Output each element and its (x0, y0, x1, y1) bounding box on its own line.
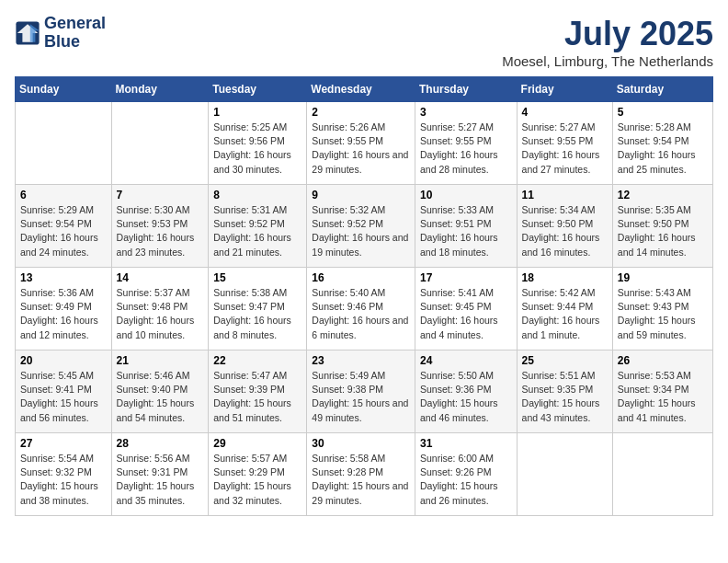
day-number: 18 (522, 271, 608, 284)
day-number: 28 (117, 437, 204, 450)
day-cell (16, 102, 112, 185)
logo-icon (15, 20, 40, 46)
location: Moesel, Limburg, The Netherlands (502, 53, 713, 69)
header-thursday: Thursday (415, 77, 517, 102)
day-cell (612, 433, 712, 516)
day-number: 29 (213, 437, 301, 450)
day-cell: 13Sunrise: 5:36 AM Sunset: 9:49 PM Dayli… (16, 268, 112, 350)
day-detail: Sunrise: 5:35 AM Sunset: 9:50 PM Dayligh… (618, 203, 708, 259)
day-number: 31 (420, 437, 512, 450)
day-cell: 23Sunrise: 5:49 AM Sunset: 9:38 PM Dayli… (307, 350, 415, 433)
day-number: 19 (618, 271, 708, 284)
day-cell: 17Sunrise: 5:41 AM Sunset: 9:45 PM Dayli… (415, 268, 517, 350)
day-cell: 25Sunrise: 5:51 AM Sunset: 9:35 PM Dayli… (517, 350, 612, 433)
day-cell: 24Sunrise: 5:50 AM Sunset: 9:36 PM Dayli… (415, 350, 517, 433)
day-cell: 22Sunrise: 5:47 AM Sunset: 9:39 PM Dayli… (209, 350, 307, 433)
title-block: July 2025 Moesel, Limburg, The Netherlan… (502, 15, 713, 69)
calendar-table: SundayMondayTuesdayWednesdayThursdayFrid… (15, 76, 713, 516)
day-number: 6 (20, 189, 107, 201)
day-detail: Sunrise: 5:25 AM Sunset: 9:56 PM Dayligh… (213, 121, 301, 177)
day-detail: Sunrise: 5:28 AM Sunset: 9:54 PM Dayligh… (618, 121, 708, 177)
day-detail: Sunrise: 5:29 AM Sunset: 9:54 PM Dayligh… (20, 203, 107, 259)
day-number: 1 (213, 106, 301, 119)
page-header: General Blue July 2025 Moesel, Limburg, … (15, 15, 713, 69)
day-number: 15 (213, 271, 301, 284)
header-monday: Monday (111, 77, 209, 102)
week-row-2: 6Sunrise: 5:29 AM Sunset: 9:54 PM Daylig… (16, 185, 713, 268)
day-cell: 6Sunrise: 5:29 AM Sunset: 9:54 PM Daylig… (16, 185, 112, 268)
day-cell: 9Sunrise: 5:32 AM Sunset: 9:52 PM Daylig… (307, 185, 415, 268)
header-sunday: Sunday (16, 77, 112, 102)
day-number: 8 (213, 189, 301, 201)
day-detail: Sunrise: 5:53 AM Sunset: 9:34 PM Dayligh… (618, 369, 708, 425)
day-number: 14 (117, 271, 204, 284)
day-detail: Sunrise: 5:36 AM Sunset: 9:49 PM Dayligh… (20, 286, 107, 342)
day-cell: 20Sunrise: 5:45 AM Sunset: 9:41 PM Dayli… (16, 350, 112, 433)
week-row-3: 13Sunrise: 5:36 AM Sunset: 9:49 PM Dayli… (16, 268, 713, 350)
month-title: July 2025 (502, 15, 713, 53)
day-cell: 31Sunrise: 6:00 AM Sunset: 9:26 PM Dayli… (415, 433, 517, 516)
day-detail: Sunrise: 5:49 AM Sunset: 9:38 PM Dayligh… (312, 369, 410, 425)
header-wednesday: Wednesday (307, 77, 415, 102)
day-number: 12 (618, 189, 708, 201)
day-detail: Sunrise: 5:30 AM Sunset: 9:53 PM Dayligh… (117, 203, 204, 259)
day-number: 10 (420, 189, 512, 201)
header-saturday: Saturday (612, 77, 712, 102)
day-cell: 29Sunrise: 5:57 AM Sunset: 9:29 PM Dayli… (209, 433, 307, 516)
logo: General Blue (15, 15, 106, 52)
day-cell: 19Sunrise: 5:43 AM Sunset: 9:43 PM Dayli… (612, 268, 712, 350)
day-cell: 2Sunrise: 5:26 AM Sunset: 9:55 PM Daylig… (307, 102, 415, 185)
day-number: 9 (312, 189, 410, 201)
day-detail: Sunrise: 5:57 AM Sunset: 9:29 PM Dayligh… (213, 452, 301, 508)
day-cell: 4Sunrise: 5:27 AM Sunset: 9:55 PM Daylig… (517, 102, 612, 185)
day-number: 20 (20, 354, 107, 367)
day-detail: Sunrise: 5:47 AM Sunset: 9:39 PM Dayligh… (213, 369, 301, 425)
day-number: 21 (117, 354, 204, 367)
day-cell (111, 102, 209, 185)
day-detail: Sunrise: 5:45 AM Sunset: 9:41 PM Dayligh… (20, 369, 107, 425)
day-number: 11 (522, 189, 608, 201)
day-number: 5 (618, 106, 708, 119)
logo-text: General Blue (44, 15, 106, 52)
day-detail: Sunrise: 5:33 AM Sunset: 9:51 PM Dayligh… (420, 203, 512, 259)
day-detail: Sunrise: 5:32 AM Sunset: 9:52 PM Dayligh… (312, 203, 410, 259)
day-number: 24 (420, 354, 512, 367)
day-number: 7 (117, 189, 204, 201)
day-cell: 14Sunrise: 5:37 AM Sunset: 9:48 PM Dayli… (111, 268, 209, 350)
day-number: 22 (213, 354, 301, 367)
day-cell: 12Sunrise: 5:35 AM Sunset: 9:50 PM Dayli… (612, 185, 712, 268)
week-row-1: 1Sunrise: 5:25 AM Sunset: 9:56 PM Daylig… (16, 102, 713, 185)
day-number: 16 (312, 271, 410, 284)
day-cell: 8Sunrise: 5:31 AM Sunset: 9:52 PM Daylig… (209, 185, 307, 268)
day-detail: Sunrise: 5:34 AM Sunset: 9:50 PM Dayligh… (522, 203, 608, 259)
header-tuesday: Tuesday (209, 77, 307, 102)
day-detail: Sunrise: 5:38 AM Sunset: 9:47 PM Dayligh… (213, 286, 301, 342)
day-cell: 21Sunrise: 5:46 AM Sunset: 9:40 PM Dayli… (111, 350, 209, 433)
day-cell: 16Sunrise: 5:40 AM Sunset: 9:46 PM Dayli… (307, 268, 415, 350)
day-cell: 11Sunrise: 5:34 AM Sunset: 9:50 PM Dayli… (517, 185, 612, 268)
day-number: 26 (618, 354, 708, 367)
day-cell: 28Sunrise: 5:56 AM Sunset: 9:31 PM Dayli… (111, 433, 209, 516)
day-detail: Sunrise: 5:40 AM Sunset: 9:46 PM Dayligh… (312, 286, 410, 342)
day-number: 23 (312, 354, 410, 367)
day-number: 17 (420, 271, 512, 284)
day-cell: 15Sunrise: 5:38 AM Sunset: 9:47 PM Dayli… (209, 268, 307, 350)
day-detail: Sunrise: 5:54 AM Sunset: 9:32 PM Dayligh… (20, 452, 107, 508)
day-detail: Sunrise: 5:27 AM Sunset: 9:55 PM Dayligh… (420, 121, 512, 177)
day-detail: Sunrise: 5:42 AM Sunset: 9:44 PM Dayligh… (522, 286, 608, 342)
week-row-5: 27Sunrise: 5:54 AM Sunset: 9:32 PM Dayli… (16, 433, 713, 516)
day-detail: Sunrise: 6:00 AM Sunset: 9:26 PM Dayligh… (420, 452, 512, 508)
day-number: 13 (20, 271, 107, 284)
day-cell: 30Sunrise: 5:58 AM Sunset: 9:28 PM Dayli… (307, 433, 415, 516)
day-cell: 27Sunrise: 5:54 AM Sunset: 9:32 PM Dayli… (16, 433, 112, 516)
day-detail: Sunrise: 5:56 AM Sunset: 9:31 PM Dayligh… (117, 452, 204, 508)
day-cell (517, 433, 612, 516)
day-detail: Sunrise: 5:41 AM Sunset: 9:45 PM Dayligh… (420, 286, 512, 342)
day-number: 4 (522, 106, 608, 119)
day-cell: 1Sunrise: 5:25 AM Sunset: 9:56 PM Daylig… (209, 102, 307, 185)
day-detail: Sunrise: 5:58 AM Sunset: 9:28 PM Dayligh… (312, 452, 410, 508)
day-number: 25 (522, 354, 608, 367)
day-detail: Sunrise: 5:27 AM Sunset: 9:55 PM Dayligh… (522, 121, 608, 177)
day-cell: 26Sunrise: 5:53 AM Sunset: 9:34 PM Dayli… (612, 350, 712, 433)
header-friday: Friday (517, 77, 612, 102)
